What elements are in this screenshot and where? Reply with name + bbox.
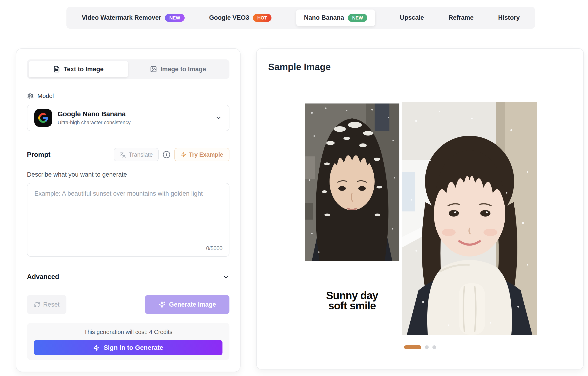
model-info: Google Nano Banana Ultra-high character … xyxy=(58,110,130,125)
tab-label: Image to Image xyxy=(160,66,206,73)
prompt-field-label: Describe what you want to generate xyxy=(27,171,229,178)
advanced-toggle[interactable]: Advanced xyxy=(27,273,229,281)
snow-portrait-illustration xyxy=(305,104,399,261)
sample-panel: Sample Image xyxy=(256,48,584,369)
sample-caption: Sunny day soft smile xyxy=(296,291,408,311)
carousel-dot-active[interactable] xyxy=(404,345,421,349)
nav-item-google-veo3[interactable]: Google VEO3 HOT xyxy=(209,14,272,22)
model-name: Google Nano Banana xyxy=(58,110,130,118)
lightning-icon xyxy=(181,152,186,157)
try-example-button[interactable]: Try Example xyxy=(174,148,229,161)
sample-photo-smile-portrait xyxy=(402,102,537,335)
chevron-down-icon xyxy=(223,273,229,280)
carousel-dot[interactable] xyxy=(432,345,436,349)
generate-label: Generate Image xyxy=(169,301,216,308)
nav-item-upscale[interactable]: Upscale xyxy=(400,14,424,21)
chevron-down-icon xyxy=(215,115,222,121)
prompt-label: Prompt xyxy=(27,151,51,158)
advanced-label: Advanced xyxy=(27,273,59,281)
image-icon xyxy=(150,66,157,73)
carousel-dots xyxy=(257,345,583,349)
nav-item-history[interactable]: History xyxy=(498,14,520,21)
char-count: 0/5000 xyxy=(206,245,223,251)
model-description: Ultra-high character consistency xyxy=(58,120,130,125)
translate-label: Translate xyxy=(129,151,153,158)
prompt-actions: Translate Try Example xyxy=(114,148,229,161)
caption-line-2: soft smile xyxy=(296,301,408,311)
info-icon[interactable] xyxy=(162,151,171,158)
tab-text-to-image[interactable]: Text to Image xyxy=(29,61,128,77)
generate-image-button[interactable]: Generate Image xyxy=(145,295,229,314)
nav-item-video-watermark-remover[interactable]: Video Watermark Remover NEW xyxy=(82,14,185,22)
model-section-label: Model xyxy=(27,92,229,100)
nav-item-label: History xyxy=(498,14,520,21)
nav-item-label: Nano Banana xyxy=(304,14,344,21)
translate-button[interactable]: Translate xyxy=(114,148,158,161)
gear-icon xyxy=(27,93,34,100)
top-nav: Video Watermark Remover NEW Google VEO3 … xyxy=(66,7,535,29)
sign-in-button[interactable]: Sign In to Generate xyxy=(34,340,223,355)
sign-in-label: Sign In to Generate xyxy=(104,344,163,351)
file-text-icon xyxy=(53,66,60,73)
new-badge: NEW xyxy=(165,14,185,22)
nav-item-label: Upscale xyxy=(400,14,424,21)
nav-item-label: Reframe xyxy=(449,14,473,21)
reset-button[interactable]: Reset xyxy=(27,295,66,314)
reset-label: Reset xyxy=(43,301,60,308)
refresh-icon xyxy=(34,302,40,308)
try-example-label: Try Example xyxy=(189,151,223,158)
nav-item-reframe[interactable]: Reframe xyxy=(449,14,473,21)
caption-line-1: Sunny day xyxy=(296,291,408,301)
carousel-dot[interactable] xyxy=(425,345,429,349)
generator-panel: Text to Image Image to Image Model xyxy=(16,48,241,372)
new-badge: NEW xyxy=(348,14,368,22)
prompt-textarea-wrap: 0/5000 xyxy=(27,183,229,257)
smile-portrait-illustration xyxy=(402,102,537,335)
tab-label: Text to Image xyxy=(64,66,104,73)
nav-item-nano-banana[interactable]: Nano Banana NEW xyxy=(296,10,375,26)
google-g-icon xyxy=(34,109,52,127)
hot-badge: HOT xyxy=(253,14,271,22)
nav-item-label: Google VEO3 xyxy=(209,14,249,21)
lightning-icon xyxy=(93,345,100,351)
sample-photo-snow-portrait xyxy=(305,104,399,261)
languages-icon xyxy=(120,152,126,158)
sample-title: Sample Image xyxy=(268,62,331,72)
tab-image-to-image[interactable]: Image to Image xyxy=(128,61,228,77)
nav-item-label: Video Watermark Remover xyxy=(82,14,161,21)
model-select[interactable]: Google Nano Banana Ultra-high character … xyxy=(27,105,229,131)
cost-text: This generation will cost: 4 Credits xyxy=(34,329,223,335)
generation-footer: This generation will cost: 4 Credits Sig… xyxy=(27,323,229,360)
sparkles-icon xyxy=(158,301,166,308)
prompt-input[interactable] xyxy=(27,183,229,256)
mode-tabs: Text to Image Image to Image xyxy=(27,59,229,79)
